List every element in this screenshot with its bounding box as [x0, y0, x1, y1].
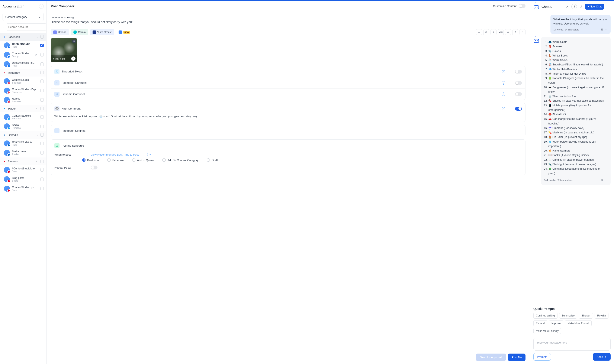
chevron-up-icon: ︿	[36, 133, 38, 136]
help-icon[interactable]: ?	[147, 153, 151, 156]
account-checkbox[interactable]	[40, 142, 44, 145]
chat-input[interactable]: Type your message here	[533, 338, 611, 351]
account-checkbox[interactable]	[40, 168, 44, 171]
customize-toggle[interactable]	[519, 4, 525, 8]
account-checkbox[interactable]	[40, 125, 44, 128]
quick-prompt-summarize[interactable]: Summarize	[559, 313, 577, 319]
quick-prompt-expand[interactable]: Expand	[533, 320, 547, 326]
history-icon[interactable]: ↺	[579, 4, 583, 9]
account-row[interactable]: SadiaPersonal	[0, 122, 46, 131]
li-carousel-toggle[interactable]	[515, 92, 522, 96]
account-checkbox[interactable]	[40, 98, 44, 102]
save-icon[interactable]: ▭	[476, 29, 482, 35]
gear-icon[interactable]: ⚙	[35, 53, 37, 56]
minimize-icon[interactable]: —	[606, 4, 611, 9]
repeat-post-toggle[interactable]	[91, 166, 97, 169]
link-icon[interactable]: ◈	[505, 29, 511, 35]
network-checkbox[interactable]	[40, 133, 44, 137]
schedule-option-add-to-content-category[interactable]: Add To Content Category	[162, 158, 199, 162]
schedule-option-draft[interactable]: Draft	[207, 158, 218, 162]
account-checkbox[interactable]	[40, 44, 44, 47]
account-checkbox[interactable]	[40, 115, 44, 119]
content-category-select[interactable]: Content Category ⌄	[2, 13, 44, 21]
post-now-button[interactable]: Post No	[508, 353, 525, 361]
first-comment-text[interactable]: Winter essentials checklist on point! 🌨️…	[51, 114, 525, 122]
text-icon[interactable]: T	[512, 29, 518, 35]
collapse-sidebar-button[interactable]: ‹	[39, 4, 44, 9]
schedule-option-schedule[interactable]: Schedule	[107, 158, 124, 162]
help-icon[interactable]: ?	[502, 92, 505, 96]
network-header-twitter[interactable]: ●Twitter︿	[0, 105, 46, 112]
account-row[interactable]: ContentStudioBusiness	[0, 77, 46, 86]
schedule-option-add-to-queue[interactable]: Add to Queue	[132, 158, 154, 162]
chevron-up-icon: ︿	[36, 71, 38, 74]
account-row[interactable]: Data Analytics (Isl...Page	[0, 59, 46, 69]
location-icon[interactable]: ◎	[483, 29, 489, 35]
account-row[interactable]: ContentStudio Updat...Board	[0, 184, 46, 193]
help-icon[interactable]: ?	[502, 107, 505, 110]
copy-icon[interactable]: ⧉	[601, 28, 603, 31]
account-checkbox[interactable]	[40, 89, 44, 92]
ai-list-item: 👢 Winter Boots	[548, 53, 608, 58]
schedule-option-post-now[interactable]: Post Now	[82, 158, 99, 162]
send-approval-button[interactable]: Send for Approval	[476, 353, 506, 361]
help-icon[interactable]: ?	[502, 81, 505, 85]
account-row[interactable]: ContentStudioPage	[0, 41, 46, 50]
credits-icon[interactable]: $	[571, 4, 577, 9]
vista-icon	[93, 30, 96, 34]
fb-carousel-toggle[interactable]	[515, 81, 522, 85]
network-header-pinterest[interactable]: ●Pinterest︿	[0, 157, 46, 165]
help-icon[interactable]: ?	[502, 70, 505, 73]
quick-prompt-improve[interactable]: Improve	[549, 320, 563, 326]
search-account-input[interactable]	[6, 24, 46, 30]
account-row[interactable]: ContentStudio - Zap...Business	[0, 86, 46, 95]
network-checkbox[interactable]	[40, 71, 44, 74]
network-header-linkedin[interactable]: ●Linkedin︿	[0, 131, 46, 139]
account-row[interactable]: Sadia UmerProfile	[0, 148, 46, 157]
copy-icon[interactable]: ⧉	[601, 178, 603, 182]
account-checkbox[interactable]	[40, 63, 44, 66]
account-checkbox[interactable]	[40, 151, 44, 155]
recommended-time-link[interactable]: View Recommended Best Time to Post	[91, 153, 139, 156]
upload-button[interactable]: Upload	[51, 29, 69, 35]
network-header-instagram[interactable]: ●Instagram︿	[0, 69, 46, 77]
ai-tool-button[interactable]: NEW	[116, 29, 133, 35]
ai-list-item: 📖 Books (If you're staying inside)	[548, 153, 608, 157]
account-row[interactable]: ContentStudio.ioPage	[0, 139, 46, 148]
send-button[interactable]: Send➤	[593, 353, 611, 361]
account-row[interactable]: Blog postsBoard	[0, 175, 46, 184]
account-checkbox[interactable]	[40, 53, 44, 56]
account-row[interactable]: ContentStudio.io Co...Group⚙	[0, 50, 46, 59]
search-icon: ⌕	[2, 25, 4, 29]
composer-text-area[interactable]: Winter is coming These are the things th…	[51, 11, 525, 27]
save-icon[interactable]: ▭	[605, 28, 608, 31]
prompts-button[interactable]: Prompts	[533, 353, 551, 361]
network-checkbox[interactable]	[40, 35, 44, 39]
network-checkbox[interactable]	[40, 107, 44, 110]
quick-prompt-make-more-friendly[interactable]: Make More Friendly	[533, 328, 561, 334]
edit-image-button[interactable]: ✎	[71, 56, 76, 61]
hashtag-icon[interactable]: #	[491, 29, 496, 35]
threaded-tweet-toggle[interactable]	[515, 70, 522, 74]
quick-prompt-shorten[interactable]: Shorten	[579, 313, 593, 319]
account-checkbox[interactable]	[40, 187, 44, 190]
account-checkbox[interactable]	[40, 178, 44, 181]
first-comment-toggle[interactable]	[515, 107, 522, 111]
quick-prompt-continue-writing[interactable]: Continue Writing	[533, 313, 558, 319]
network-checkbox[interactable]	[40, 160, 44, 163]
expand-icon[interactable]: ⤢	[565, 4, 570, 9]
account-row[interactable]: ReplugBusiness	[0, 95, 46, 105]
new-chat-button[interactable]: + New Chat	[585, 4, 604, 10]
emoji-icon[interactable]: ☺	[520, 29, 525, 35]
quick-prompt-make-more-formal[interactable]: Make More Formal	[565, 320, 592, 326]
utm-button[interactable]: UTM	[498, 29, 504, 35]
account-checkbox[interactable]	[40, 79, 44, 83]
more-icon[interactable]: ⋮	[605, 178, 608, 182]
network-header-facebook[interactable]: ●Facebook︿	[0, 33, 46, 41]
canva-button[interactable]: Canva	[71, 29, 88, 35]
account-row[interactable]: ContentStudioioPersonal	[0, 112, 46, 122]
remove-image-button[interactable]: ✕	[72, 39, 76, 43]
quick-prompt-rewrite[interactable]: Rewrite	[595, 313, 608, 319]
account-row[interactable]: #ContentStudioLifeBoard	[0, 165, 46, 175]
vista-create-button[interactable]: Vista Create	[90, 29, 115, 35]
